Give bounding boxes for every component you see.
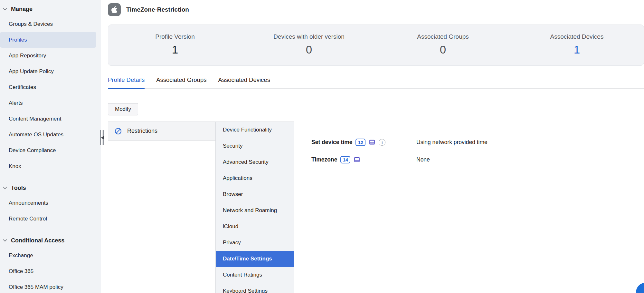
setting-label-group: Timezone 14: [311, 156, 416, 163]
sidebar-item-knox[interactable]: Knox: [0, 158, 101, 174]
stat-value-link[interactable]: 1: [510, 44, 644, 55]
sidebar-item-automate-os-updates[interactable]: Automate OS Updates: [0, 127, 101, 142]
settings-content: Set device time 12 i Using network provi…: [294, 122, 644, 293]
sidebar-item-label: Content Management: [9, 116, 62, 122]
monitor-icon: [354, 156, 360, 163]
setting-label: Timezone: [311, 156, 337, 163]
sidebar-item-content-management[interactable]: Content Management: [0, 111, 101, 127]
sidebar-item-office-365[interactable]: Office 365: [0, 263, 101, 279]
sidebar-item-device-compliance[interactable]: Device Compliance: [0, 142, 101, 158]
setting-value: None: [416, 156, 430, 163]
sidebar-item-label: Knox: [9, 163, 21, 170]
stat-value: 1: [108, 44, 242, 55]
sidebar-item-label: Announcements: [9, 200, 48, 206]
sidebar-item-label: Alerts: [9, 100, 23, 106]
stat-card-associated-groups: Associated Groups 0: [376, 25, 510, 65]
sidebar-item-announcements[interactable]: Announcements: [0, 195, 101, 211]
sidebar-item-label: Office 365 MAM policy: [9, 284, 63, 290]
chevron-down-icon: [3, 187, 7, 189]
main-content: TimeZone-Restriction Profile Version 1 D…: [101, 0, 644, 293]
category-list: Device Functionality Security Advanced S…: [216, 122, 294, 293]
section-title: Conditional Access: [11, 237, 64, 244]
sidebar-section-header-manage[interactable]: Manage: [0, 2, 101, 16]
sidebar: Manage Groups & Devices Profiles App Rep…: [0, 0, 101, 293]
sidebar-item-label: Remote Control: [9, 216, 47, 222]
sidebar-item-label: Profiles: [9, 37, 27, 43]
modify-button[interactable]: Modify: [108, 103, 138, 115]
tabs: Profile Details Associated Groups Associ…: [108, 76, 644, 89]
category-keyboard-settings[interactable]: Keyboard Settings: [216, 283, 294, 293]
sidebar-item-remote-control[interactable]: Remote Control: [0, 211, 101, 227]
stat-card-devices-older-version: Devices with older version 0: [242, 25, 376, 65]
setting-value: Using network provided time: [416, 139, 488, 146]
setting-label: Set device time: [311, 139, 352, 146]
payload-label: Restrictions: [127, 128, 157, 134]
app-root: Manage Groups & Devices Profiles App Rep…: [0, 0, 644, 293]
sidebar-item-label: Office 365: [9, 268, 33, 275]
stat-label: Profile Version: [108, 33, 242, 40]
sidebar-item-groups-devices[interactable]: Groups & Devices: [0, 16, 101, 32]
sidebar-item-label: Device Compliance: [9, 147, 56, 154]
panel-collapse-handle[interactable]: [100, 130, 105, 145]
category-date-time-settings[interactable]: Date/Time Settings: [216, 251, 294, 267]
sidebar-section-conditional-access: Conditional Access Exchange Office 365 O…: [0, 233, 101, 293]
sidebar-item-profiles[interactable]: Profiles: [0, 32, 96, 48]
category-device-functionality[interactable]: Device Functionality: [216, 122, 294, 138]
profile-name: TimeZone-Restriction: [126, 6, 189, 13]
chevron-down-icon: [3, 239, 7, 242]
info-icon[interactable]: i: [379, 139, 385, 146]
tab-associated-groups[interactable]: Associated Groups: [156, 76, 206, 88]
setting-row-set-device-time: Set device time 12 i Using network provi…: [311, 137, 644, 148]
sidebar-item-label: Automate OS Updates: [9, 132, 63, 138]
payload-item-restrictions[interactable]: Restrictions: [108, 122, 215, 141]
section-title: Tools: [11, 185, 26, 191]
os-version-badge: 14: [340, 156, 350, 163]
category-network-and-roaming[interactable]: Network and Roaming: [216, 202, 294, 219]
sidebar-item-exchange[interactable]: Exchange: [0, 248, 101, 263]
sidebar-section-header-tools[interactable]: Tools: [0, 181, 101, 195]
os-version-badge: 12: [355, 139, 365, 146]
restriction-icon: [115, 128, 122, 135]
monitor-icon: [369, 139, 375, 146]
stat-label: Associated Devices: [510, 33, 644, 40]
sidebar-item-label: App Update Policy: [9, 68, 54, 75]
sidebar-item-app-update-policy[interactable]: App Update Policy: [0, 63, 101, 79]
category-browser[interactable]: Browser: [216, 186, 294, 202]
sidebar-item-office-365-mam-policy[interactable]: Office 365 MAM policy: [0, 279, 101, 293]
stat-card-profile-version: Profile Version 1: [108, 25, 242, 65]
sidebar-item-certificates[interactable]: Certificates: [0, 79, 101, 95]
stat-value: 0: [242, 44, 376, 55]
category-advanced-security[interactable]: Advanced Security: [216, 154, 294, 170]
sidebar-item-alerts[interactable]: Alerts: [0, 95, 101, 111]
setting-row-timezone: Timezone 14 None: [311, 154, 644, 165]
stat-value: 0: [376, 44, 510, 55]
category-security[interactable]: Security: [216, 138, 294, 154]
setting-label-group: Set device time 12 i: [311, 139, 416, 146]
sidebar-item-label: Certificates: [9, 84, 36, 91]
toolbar: Modify: [108, 103, 644, 115]
chevron-down-icon: [3, 8, 7, 10]
stat-label: Devices with older version: [242, 33, 376, 40]
sidebar-section-tools: Tools Announcements Remote Control: [0, 181, 101, 227]
payload-body: [108, 141, 215, 293]
stat-label: Associated Groups: [376, 33, 510, 40]
sidebar-item-app-repository[interactable]: App Repository: [0, 48, 101, 63]
sidebar-item-label: Groups & Devices: [9, 21, 53, 27]
sidebar-item-label: Exchange: [9, 252, 33, 259]
section-title: Manage: [11, 6, 33, 13]
stat-card-associated-devices: Associated Devices 1: [510, 25, 644, 65]
sidebar-section-manage: Manage Groups & Devices Profiles App Rep…: [0, 2, 101, 174]
payload-list: Restrictions: [108, 122, 216, 293]
category-content-ratings[interactable]: Content Ratings: [216, 267, 294, 283]
category-applications[interactable]: Applications: [216, 170, 294, 186]
category-icloud[interactable]: iCloud: [216, 219, 294, 235]
profile-details-panel: Restrictions Device Functionality Securi…: [108, 122, 644, 293]
category-privacy[interactable]: Privacy: [216, 235, 294, 251]
sidebar-item-label: App Repository: [9, 53, 46, 59]
sidebar-section-header-conditional-access[interactable]: Conditional Access: [0, 233, 101, 248]
apple-icon: [108, 3, 121, 16]
page-header: TimeZone-Restriction: [101, 0, 644, 24]
tab-profile-details[interactable]: Profile Details: [108, 76, 145, 89]
tab-associated-devices[interactable]: Associated Devices: [218, 76, 270, 88]
stats-panel: Profile Version 1 Devices with older ver…: [108, 24, 644, 66]
